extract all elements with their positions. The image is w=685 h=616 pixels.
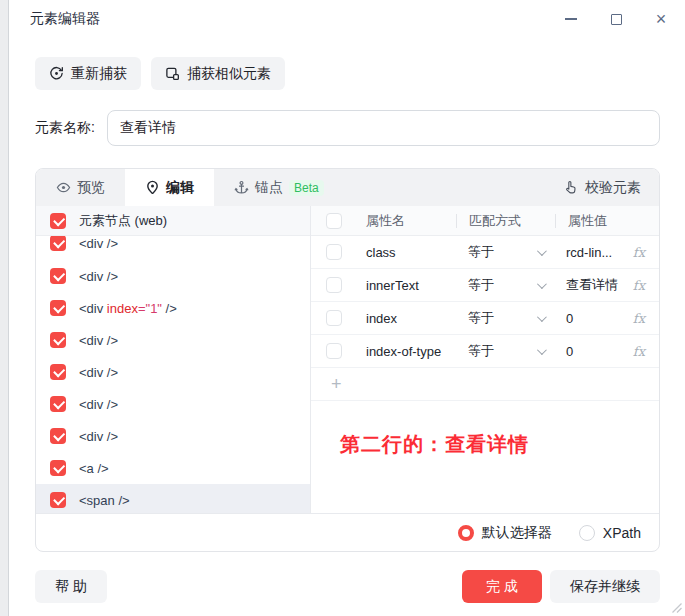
anchor-icon (234, 180, 249, 195)
node-tag-text: <div /> (79, 333, 118, 348)
node-row[interactable]: <span /> (36, 484, 310, 513)
node-checkbox[interactable] (50, 236, 66, 251)
element-name-row: 元素名称: (35, 110, 660, 146)
overlap-frames-icon (165, 66, 180, 81)
node-checkbox[interactable] (50, 364, 66, 380)
node-checkbox[interactable] (50, 268, 66, 284)
node-row[interactable]: <div /> (36, 260, 310, 292)
add-attribute-row[interactable]: + (311, 368, 659, 401)
save-and-continue-button[interactable]: 保存并继续 (550, 570, 660, 603)
plus-icon: + (331, 374, 342, 395)
node-checkbox[interactable] (50, 396, 66, 412)
fx-icon[interactable]: fx (633, 245, 645, 260)
attribute-value[interactable]: 0 (566, 344, 573, 359)
fx-icon[interactable]: fx (633, 311, 645, 326)
capture-similar-button[interactable]: 捕获相似元素 (151, 57, 285, 90)
node-tree-header: 元素节点 (web) (36, 206, 310, 236)
attr-header-checkbox[interactable] (326, 213, 342, 229)
xpath-radio[interactable]: XPath (579, 525, 641, 541)
attribute-value[interactable]: rcd-lin... (566, 245, 612, 260)
target-refresh-icon (49, 66, 64, 81)
node-tag-text: <div /> (79, 269, 118, 284)
minimize-button[interactable] (563, 11, 579, 27)
validate-element-button[interactable]: 校验元素 (545, 169, 659, 206)
node-tag-text: <a /> (79, 461, 109, 476)
attribute-value-cell: 0fx (554, 311, 659, 326)
chevron-down-icon (537, 345, 547, 355)
match-mode-select[interactable]: 等于 (456, 276, 554, 294)
match-mode-select[interactable]: 等于 (456, 342, 554, 360)
match-mode-value: 等于 (468, 243, 494, 261)
tab-anchor[interactable]: 锚点 Beta (214, 169, 344, 206)
titlebar: 元素编辑器 × (10, 0, 685, 38)
capture-similar-label: 捕获相似元素 (187, 65, 271, 83)
attribute-checkbox[interactable] (326, 244, 342, 260)
window-controls: × (563, 11, 685, 27)
node-checkbox[interactable] (50, 428, 66, 444)
beta-badge: Beta (289, 180, 324, 196)
resize-handle[interactable] (671, 602, 682, 613)
annotation-text: 第二行的：查看详情 (340, 431, 529, 458)
tab-edit[interactable]: 编辑 (125, 169, 214, 206)
match-mode-select[interactable]: 等于 (456, 243, 554, 261)
xpath-label: XPath (603, 525, 641, 541)
close-button[interactable]: × (653, 11, 669, 27)
node-row[interactable]: <div /> (36, 324, 310, 356)
tab-bar: 预览 编辑 锚点 Beta (36, 169, 659, 206)
node-row[interactable]: <div /> (36, 236, 310, 260)
match-mode-value: 等于 (468, 342, 494, 360)
attribute-checkbox[interactable] (326, 343, 342, 359)
fx-icon[interactable]: fx (633, 278, 645, 293)
node-tag-text: <div /> (79, 236, 118, 251)
chevron-down-icon (537, 312, 547, 322)
node-list: <div /><div /><div index="1" /><div /><d… (36, 236, 310, 513)
node-tag-text: <div /> (79, 365, 118, 380)
attribute-table-header: 属性名 匹配方式 属性值 (311, 206, 659, 236)
attribute-name: innerText (366, 278, 456, 293)
match-mode-value: 等于 (468, 309, 494, 327)
radio-off-icon (579, 525, 595, 541)
recapture-button[interactable]: 重新捕获 (35, 57, 141, 90)
match-mode-select[interactable]: 等于 (456, 309, 554, 327)
attribute-checkbox[interactable] (326, 310, 342, 326)
node-row[interactable]: <div index="1" /> (36, 292, 310, 324)
done-button[interactable]: 完 成 (462, 570, 542, 603)
node-tree-panel: 元素节点 (web) <div /><div /><div index="1" … (36, 206, 311, 513)
node-checkbox[interactable] (50, 492, 66, 508)
chevron-down-icon (537, 246, 547, 256)
attribute-name: class (366, 245, 456, 260)
location-pin-icon (145, 180, 160, 195)
tab-edit-label: 编辑 (166, 179, 194, 197)
tab-preview[interactable]: 预览 (36, 169, 125, 206)
fx-icon[interactable]: fx (633, 344, 645, 359)
maximize-button[interactable] (608, 11, 624, 27)
toolbar: 重新捕获 捕获相似元素 (35, 57, 285, 90)
default-selector-radio[interactable]: 默认选择器 (458, 524, 552, 542)
element-name-input[interactable] (107, 110, 660, 146)
node-tag-text: <span /> (79, 493, 130, 508)
help-button[interactable]: 帮 助 (35, 570, 107, 603)
node-row[interactable]: <div /> (36, 420, 310, 452)
attribute-checkbox[interactable] (326, 277, 342, 293)
node-checkbox[interactable] (50, 460, 66, 476)
hand-pointer-icon (563, 180, 578, 195)
selector-footer: 默认选择器 XPath (36, 513, 659, 551)
node-checkbox[interactable] (50, 300, 66, 316)
node-tag-text: <div index="1" /> (79, 301, 177, 316)
editor-panel: 预览 编辑 锚点 Beta (35, 168, 660, 552)
node-row[interactable]: <div /> (36, 356, 310, 388)
attribute-panel: 属性名 匹配方式 属性值 class等于rcd-lin...fxinnerTex… (311, 206, 659, 513)
node-row[interactable]: <div /> (36, 388, 310, 420)
validate-element-label: 校验元素 (585, 179, 641, 197)
match-mode-value: 等于 (468, 276, 494, 294)
attribute-row: index-of-type等于0fx (311, 335, 659, 368)
node-tree-header-checkbox[interactable] (50, 213, 66, 229)
window-title: 元素编辑器 (30, 10, 100, 28)
node-checkbox[interactable] (50, 332, 66, 348)
attribute-value[interactable]: 查看详情 (566, 276, 618, 294)
attribute-value-cell: rcd-lin...fx (554, 245, 659, 260)
attribute-value-cell: 0fx (554, 344, 659, 359)
node-row[interactable]: <a /> (36, 452, 310, 484)
attr-header-value: 属性值 (556, 212, 659, 230)
attribute-value[interactable]: 0 (566, 311, 573, 326)
